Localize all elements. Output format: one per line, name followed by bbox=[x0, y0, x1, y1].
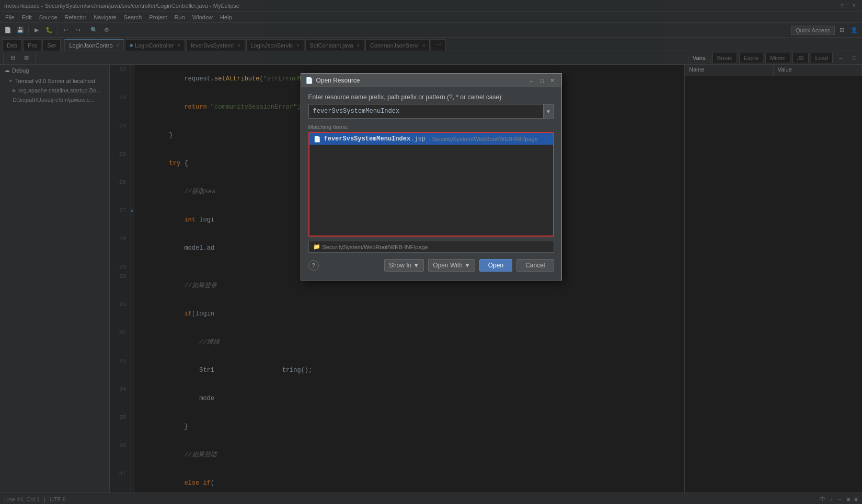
folder-icon: 📁 bbox=[313, 243, 320, 250]
show-in-arrow: ▼ bbox=[413, 262, 419, 269]
path-bar-text: SecuritySystem/WebRoot/WEB-INF/page bbox=[323, 244, 428, 250]
resource-search-input[interactable] bbox=[309, 106, 543, 117]
dialog-footer: ? Show In ▼ Open With ▼ Open Cancel bbox=[308, 259, 554, 274]
matching-list[interactable]: 📄 feverSvsSystemMenuIndex.jsp - Security… bbox=[308, 132, 554, 237]
open-with-label: Open With bbox=[433, 262, 463, 269]
search-dropdown-btn[interactable]: ▼ bbox=[543, 104, 554, 118]
dialog-maximize-btn[interactable]: □ bbox=[537, 76, 547, 85]
open-with-arrow: ▼ bbox=[464, 262, 470, 269]
matching-item[interactable]: 📄 feverSvsSystemMenuIndex.jsp - Security… bbox=[309, 133, 553, 145]
cancel-btn[interactable]: Cancel bbox=[516, 259, 554, 272]
search-container: ▼ bbox=[308, 104, 554, 119]
open-with-btn[interactable]: Open With ▼ bbox=[428, 259, 475, 272]
dialog-icon: 📄 bbox=[305, 77, 313, 84]
dialog-minimize-btn[interactable]: – bbox=[527, 76, 536, 85]
dialog-title: Open Resource bbox=[316, 77, 527, 84]
open-btn[interactable]: Open bbox=[479, 259, 512, 272]
path-bar: 📁 SecuritySystem/WebRoot/WEB-INF/page bbox=[308, 241, 554, 253]
dialog-instruction: Enter resource name prefix, path prefix … bbox=[308, 93, 554, 101]
dialog-body: Enter resource name prefix, path prefix … bbox=[301, 87, 561, 280]
show-in-label: Show In bbox=[389, 262, 411, 269]
dialog-close-btn[interactable]: × bbox=[548, 76, 557, 85]
dialog-title-bar: 📄 Open Resource – □ × bbox=[301, 74, 561, 87]
matching-item-bold: feverSvsSystemMenuIndex bbox=[324, 135, 411, 143]
matching-item-name: feverSvsSystemMenuIndex.jsp bbox=[324, 135, 426, 143]
open-resource-dialog: 📄 Open Resource – □ × Enter resource nam… bbox=[301, 73, 562, 280]
dialog-overlay: 📄 Open Resource – □ × Enter resource nam… bbox=[0, 0, 862, 504]
show-in-btn[interactable]: Show In ▼ bbox=[384, 259, 424, 272]
matching-item-path: - SecuritySystem/WebRoot/WEB-INF/page bbox=[429, 136, 538, 142]
help-btn[interactable]: ? bbox=[308, 260, 319, 271]
file-icon: 📄 bbox=[314, 136, 321, 143]
matching-label: Matching items: bbox=[308, 124, 554, 130]
